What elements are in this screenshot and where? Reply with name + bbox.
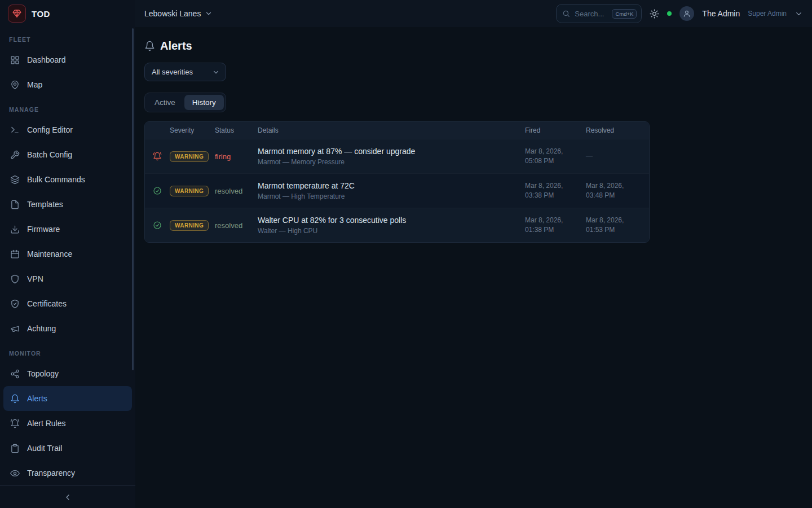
chevron-down-icon [205, 10, 213, 17]
section-label-monitor: MONITOR [3, 341, 132, 361]
sidebar-item-topology[interactable]: Topology [3, 361, 132, 386]
sidebar-item-label: Maintenance [27, 249, 72, 259]
table-row[interactable]: WARNING firing Marmot memory at 87% — co… [145, 139, 649, 173]
user-role-badge: Super Admin [748, 10, 787, 17]
file-icon [10, 200, 20, 209]
search-box[interactable]: Cmd+K [556, 4, 642, 23]
alert-subtitle: Marmot — High Temperature [258, 192, 516, 200]
org-name: Lebowski Lanes [144, 9, 201, 18]
sidebar-item-achtung[interactable]: Achtung [3, 316, 132, 341]
sidebar-item-certificates[interactable]: Certificates [3, 291, 132, 316]
layers-icon [10, 175, 20, 185]
alert-details: Marmot temperature at 72C Marmot — High … [258, 176, 525, 206]
sidebar-item-label: Alert Rules [27, 419, 65, 428]
sidebar-item-audit-trail[interactable]: Audit Trail [3, 436, 132, 461]
column-header-resolved: Resolved [586, 126, 649, 134]
status-text: resolved [215, 187, 258, 195]
sidebar-item-label: Dashboard [27, 55, 66, 64]
sidebar-item-label: Topology [27, 369, 59, 378]
org-switcher[interactable]: Lebowski Lanes [144, 9, 213, 18]
column-header-severity: Severity [170, 126, 215, 134]
sidebar-item-map[interactable]: Map [3, 72, 132, 97]
page-title: Alerts [160, 40, 192, 52]
sidebar-item-label: VPN [27, 274, 43, 283]
sidebar-item-firmware[interactable]: Firmware [3, 217, 132, 242]
sun-icon [650, 9, 659, 19]
table-row[interactable]: WARNING resolved Walter CPU at 82% for 3… [145, 208, 649, 242]
column-header-details: Details [258, 126, 525, 134]
alert-subtitle: Marmot — Memory Pressure [258, 158, 516, 166]
severity-badge: WARNING [170, 151, 209, 162]
section-label-manage: MANAGE [3, 97, 132, 117]
sidebar: TOD FLEET Dashboard Map MANAGE Config Ed… [0, 0, 135, 508]
sidebar-item-maintenance[interactable]: Maintenance [3, 242, 132, 266]
network-icon [10, 369, 20, 379]
table-header: Severity Status Details Fired Resolved [145, 122, 649, 139]
sidebar-item-alert-rules[interactable]: Alert Rules [3, 411, 132, 436]
download-icon [10, 225, 20, 234]
resolved-timestamp: Mar 8, 2026, 01:53 PM [586, 216, 649, 235]
alert-title: Marmot memory at 87% — consider upgrade [258, 147, 516, 156]
sidebar-item-config-editor[interactable]: Config Editor [3, 117, 132, 142]
alert-details: Walter CPU at 82% for 3 consecutive poll… [258, 210, 525, 240]
sidebar-header: TOD [0, 0, 135, 27]
shield-icon [10, 274, 20, 284]
alert-subtitle: Walter — High CPU [258, 227, 516, 235]
avatar[interactable] [679, 6, 694, 21]
table-row[interactable]: WARNING resolved Marmot temperature at 7… [145, 173, 649, 208]
user-icon [683, 10, 691, 17]
alerts-table: Severity Status Details Fired Resolved W… [144, 121, 650, 243]
sidebar-item-batch-config[interactable]: Batch Config [3, 142, 132, 167]
check-circle-icon [145, 221, 170, 230]
search-icon [562, 10, 570, 17]
alert-title: Marmot temperature at 72C [258, 181, 516, 190]
topbar-right: Cmd+K The Admin Super Admin [556, 4, 803, 23]
page-header: Alerts [144, 40, 803, 52]
theme-toggle-button[interactable] [650, 9, 659, 19]
severity-badge: WARNING [170, 220, 209, 231]
wrench-icon [10, 150, 20, 160]
app-root: TOD FLEET Dashboard Map MANAGE Config Ed… [0, 0, 812, 508]
column-header-fired: Fired [525, 126, 586, 134]
sidebar-collapse-button[interactable] [0, 485, 135, 508]
chevron-down-icon [212, 68, 220, 76]
fired-timestamp: Mar 8, 2026, 01:38 PM [525, 216, 586, 235]
sidebar-scrollbar[interactable] [132, 28, 134, 370]
user-menu-chevron-icon[interactable] [795, 10, 803, 18]
bell-icon [10, 394, 20, 404]
sidebar-item-transparency[interactable]: Transparency [3, 461, 132, 485]
severity-filter-select[interactable]: All severities [144, 63, 226, 81]
sidebar-item-label: Achtung [27, 324, 56, 333]
resolved-timestamp: — [586, 151, 649, 161]
bell-ring-icon [10, 419, 20, 428]
sidebar-item-bulk-commands[interactable]: Bulk Commands [3, 167, 132, 192]
resolved-timestamp: Mar 8, 2026, 03:48 PM [586, 181, 649, 201]
sidebar-item-label: Firmware [27, 225, 60, 234]
search-input[interactable] [575, 10, 607, 18]
calendar-icon [10, 249, 20, 259]
alerts-tabs: Active History [144, 93, 226, 112]
sidebar-item-label: Certificates [27, 299, 67, 308]
tab-history[interactable]: History [184, 95, 224, 110]
sidebar-item-label: Transparency [27, 468, 75, 478]
sidebar-item-templates[interactable]: Templates [3, 192, 132, 217]
sidebar-item-vpn[interactable]: VPN [3, 266, 132, 291]
sidebar-item-dashboard[interactable]: Dashboard [3, 47, 132, 72]
status-text: resolved [215, 221, 258, 230]
content-column: Lebowski Lanes Cmd+K The Admin Super Ad [135, 0, 812, 508]
sidebar-item-label: Bulk Commands [27, 175, 85, 184]
severity-filter-value: All severities [152, 68, 193, 76]
alert-title: Walter CPU at 82% for 3 consecutive poll… [258, 216, 516, 225]
check-circle-icon [145, 186, 170, 195]
main-content: Alerts All severities Active History Sev… [135, 27, 812, 508]
chevron-left-icon [63, 493, 72, 502]
tab-active[interactable]: Active [147, 95, 183, 110]
sidebar-item-label: Map [27, 80, 42, 89]
app-name: TOD [32, 9, 50, 19]
topbar: Lebowski Lanes Cmd+K The Admin Super Ad [135, 0, 812, 27]
fired-timestamp: Mar 8, 2026, 03:38 PM [525, 181, 586, 201]
terminal-icon [10, 125, 20, 135]
sidebar-item-alerts[interactable]: Alerts [3, 386, 132, 411]
app-logo [8, 5, 26, 23]
column-header-status: Status [215, 126, 258, 134]
